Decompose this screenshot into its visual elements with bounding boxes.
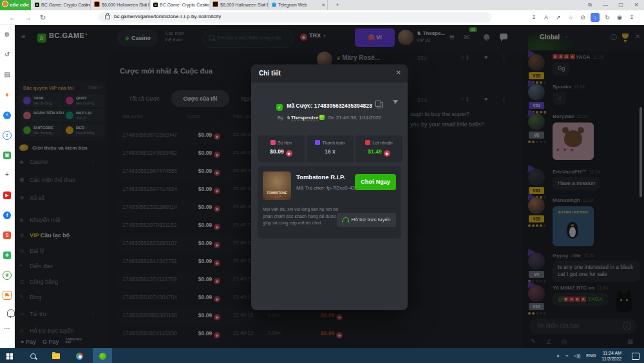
modal-title: Chi tiết xyxy=(259,70,281,77)
hotdeals-icon[interactable]: ♦ xyxy=(0,91,14,98)
coccoc-logo-icon xyxy=(2,1,8,7)
copy-icon[interactable] xyxy=(377,102,383,108)
stat-card-2: Lợi nhuận$1.49◆ xyxy=(355,135,402,162)
start-button[interactable] xyxy=(0,348,19,363)
minimize-button[interactable]: — xyxy=(598,0,613,10)
history-icon[interactable]: ↺ xyxy=(0,51,14,58)
tab-close-icon[interactable]: ✕ xyxy=(144,0,147,10)
zalo-icon[interactable]: z xyxy=(0,131,14,140)
sync-icon[interactable]: ↻ xyxy=(603,13,612,22)
support-note: Mọi vấn đề, xin vui lòng liên hệ với bộ … xyxy=(263,206,344,227)
telegram-favicon xyxy=(272,3,276,7)
tab-close-icon[interactable]: ✕ xyxy=(204,0,207,10)
tab-close-icon[interactable]: ✕ xyxy=(321,0,325,10)
url-text: bc.game/vi/game/tombstone-r-i-p-by-nolim… xyxy=(114,14,221,19)
game-name: Tombstone R.I.P. xyxy=(296,173,345,181)
modal-header: Chi tiết ✕ xyxy=(251,64,408,83)
volume-icon[interactable]: ◁)) xyxy=(574,353,580,358)
shopee-icon[interactable]: S xyxy=(0,231,14,239)
browser-tabstrip: cốc cốc BC.Game: Crypto Casino Gan✕$6,00… xyxy=(0,0,644,10)
bet-datetime: 21:49:38, 1/11/2022 xyxy=(336,115,382,121)
verified-shield-icon: ✓ xyxy=(276,104,283,111)
pip-icon[interactable]: ⧉ xyxy=(582,0,598,10)
windows-taskbar: ∧ ⌁ ◁)) ENG 11:24 AM11/2/2022 xyxy=(0,348,644,363)
feed-icon[interactable]: ▤ xyxy=(0,71,14,78)
add-icon[interactable]: + xyxy=(0,171,14,178)
stat-icon xyxy=(315,140,320,145)
game-card: TOMBSTONE R.I.P Tombstone R.I.P. Mã Trò … xyxy=(258,166,401,239)
bcgame-favicon xyxy=(153,3,158,7)
screen: ≡ bBC.GAME● Đặc quyền VIP của tôi Thêm ›… xyxy=(0,0,644,363)
save-icon[interactable]: ↧ xyxy=(627,13,636,22)
thumb-subtitle: R.I.P xyxy=(263,195,291,199)
chat-scrollbar[interactable] xyxy=(639,107,642,197)
lock-icon xyxy=(105,15,110,19)
browser-tab[interactable]: Telegram Web✕ xyxy=(269,0,328,10)
tab-close-icon[interactable]: ✕ xyxy=(262,0,266,10)
trx-coin-icon: ◆ xyxy=(286,150,292,157)
browser-brand[interactable]: cốc cốc xyxy=(0,0,31,10)
translate-icon[interactable]: A xyxy=(542,13,551,22)
network-icon[interactable]: ⌁ xyxy=(565,353,568,358)
headset-icon xyxy=(343,217,349,221)
reload-button[interactable]: ↻ xyxy=(40,12,46,23)
facebook-icon[interactable]: f xyxy=(0,211,14,219)
close-button[interactable]: ✕ xyxy=(629,0,644,10)
game-thumbnail[interactable]: TOMBSTONE R.I.P xyxy=(263,172,291,200)
back-button[interactable]: ← xyxy=(9,12,16,23)
settings-icon[interactable]: ⚙ xyxy=(0,31,14,38)
download-manager-icon[interactable]: ↓ xyxy=(591,13,600,22)
plant-icon[interactable]: ❀ xyxy=(0,271,14,280)
stat-icon xyxy=(270,140,276,145)
bookmark-icon[interactable]: ☆ xyxy=(566,13,575,22)
cart-icon[interactable]: ⛟ xyxy=(0,291,14,300)
download-icon[interactable]: ↧ xyxy=(529,13,538,22)
browser-tab[interactable]: $6,000 Halloween Slot Battl✕ xyxy=(210,0,269,10)
share-icon[interactable]: ➚ xyxy=(554,13,563,22)
pumpkin-favicon xyxy=(94,1,100,7)
address-bar[interactable]: bc.game/vi/game/tombstone-r-i-p-by-nolim… xyxy=(99,12,491,23)
modal-close-icon[interactable]: ✕ xyxy=(396,69,401,76)
more-icon[interactable]: ⋯ xyxy=(0,325,14,332)
chrome-icon[interactable] xyxy=(70,348,89,363)
forward-button[interactable]: → xyxy=(24,12,32,23)
tray-expand-icon[interactable]: ∧ xyxy=(556,353,560,358)
profile-icon[interactable]: ◉ xyxy=(615,13,624,22)
bet-id-value: 1748305632435394823 xyxy=(314,103,372,109)
browser-navbar: ← → ↻ bc.game/vi/game/tombstone-r-i-p-by… xyxy=(0,10,644,25)
bet-id-row: ✓ Mã Cược: 1748305632435394823 xyxy=(251,102,408,111)
browser-tab[interactable]: $6,000 Halloween Slot Battl✕ xyxy=(91,0,150,10)
bettor-name[interactable]: Thespectre xyxy=(291,115,319,121)
bet-by-row: By ♞Thespectre On 21:49:38, 1/11/2022 xyxy=(251,115,408,121)
stat-icon xyxy=(365,140,370,145)
youtube-icon[interactable]: ▶ xyxy=(0,191,14,199)
medal-icon xyxy=(319,115,325,120)
messenger-icon[interactable]: ⚡ xyxy=(0,111,14,119)
file-explorer-icon[interactable] xyxy=(46,348,66,363)
maximize-button[interactable]: ▢ xyxy=(613,0,629,10)
coccoc-taskbar-icon[interactable] xyxy=(93,348,112,363)
pumpkin-favicon xyxy=(213,1,218,7)
stat-card-0: Số tiền$0.09◆ xyxy=(258,135,305,162)
trx-coin-icon: ◆ xyxy=(384,150,390,157)
bet-details-modal: Chi tiết ✕ ➤ ✓ Mã Cược: 1748305632435394… xyxy=(251,64,408,310)
browser-tab[interactable]: BC.Game: Crypto Casino Gan✕ xyxy=(151,0,209,10)
play-now-button[interactable]: Chơi Ngay xyxy=(355,174,396,190)
action-center-icon[interactable] xyxy=(632,353,639,360)
games-icon[interactable]: ▣ xyxy=(0,151,14,159)
store-icon[interactable]: ✚ xyxy=(0,251,14,259)
new-tab-button[interactable]: + xyxy=(330,0,345,10)
system-tray: ∧ ⌁ ◁)) ENG 11:24 AM11/2/2022 xyxy=(556,348,644,363)
live-support-button[interactable]: Hỗ trợ trực tuyến xyxy=(337,213,396,227)
tab-close-icon[interactable]: ✕ xyxy=(84,0,88,10)
taskbar-search[interactable] xyxy=(23,348,43,363)
language-indicator[interactable]: ENG xyxy=(586,353,596,358)
browser-tab[interactable]: BC.Game: Crypto Casino Gan✕ xyxy=(32,0,91,10)
clock[interactable]: 11:24 AM11/2/2022 xyxy=(601,350,626,362)
bcgame-favicon xyxy=(35,3,39,7)
adblock-icon[interactable]: ⊘ xyxy=(578,13,587,22)
stat-card-1: Thanh toán16 x xyxy=(307,135,354,162)
